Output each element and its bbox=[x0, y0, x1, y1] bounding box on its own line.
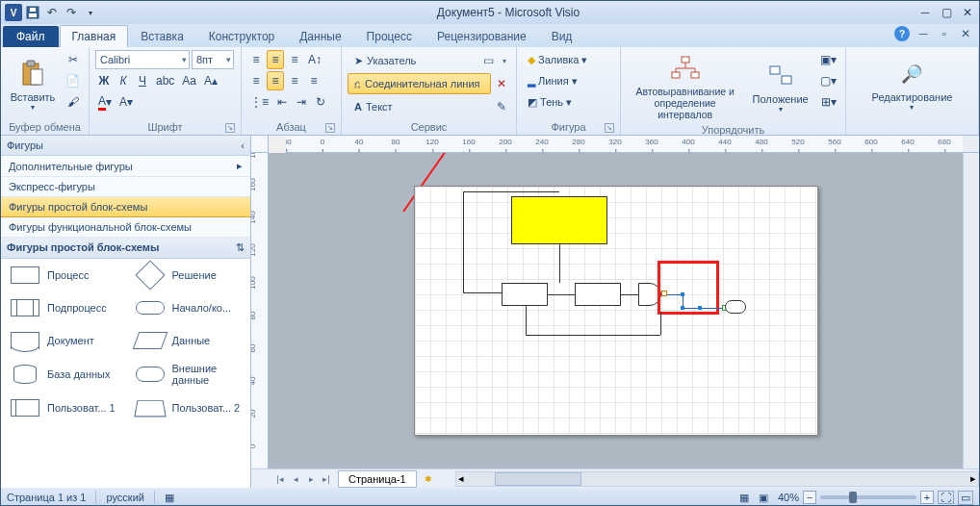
close-icon[interactable]: ✕ bbox=[960, 6, 975, 19]
align-bottom-icon[interactable]: ≡ bbox=[286, 50, 303, 69]
bring-front-icon[interactable]: ▣▾ bbox=[817, 50, 839, 69]
handle-mid-3[interactable] bbox=[698, 306, 702, 310]
grow-font-icon[interactable]: A▴ bbox=[201, 71, 220, 90]
express-shapes-item[interactable]: Экспресс-фигуры bbox=[1, 177, 250, 197]
zoom-in-button[interactable]: + bbox=[920, 491, 934, 504]
connector-9[interactable] bbox=[660, 312, 661, 335]
line-button[interactable]: ▂ Линия ▾ bbox=[523, 71, 614, 90]
more-shapes-item[interactable]: Дополнительные фигуры▸ bbox=[1, 156, 250, 177]
align-left-icon[interactable]: ≡ bbox=[247, 71, 265, 90]
align-center-icon[interactable]: ≡ bbox=[267, 71, 284, 90]
redo-icon[interactable]: ↷ bbox=[63, 4, 80, 21]
view-full-icon[interactable]: ▣ bbox=[759, 492, 768, 504]
auto-align-button[interactable]: Автовыравнивание и определение интервало… bbox=[627, 50, 743, 123]
zoom-slider[interactable] bbox=[820, 495, 916, 499]
connector-3[interactable] bbox=[463, 191, 464, 292]
indent-dec-icon[interactable]: ⇤ bbox=[273, 92, 291, 112]
restore-window-icon[interactable]: ▫ bbox=[937, 26, 952, 41]
text-direction-icon[interactable]: A↕ bbox=[305, 50, 324, 69]
connector-6[interactable] bbox=[621, 294, 638, 295]
shape-dialog-launcher[interactable]: ↘ bbox=[605, 123, 614, 133]
font-name-combo[interactable]: Calibri bbox=[95, 50, 190, 69]
undo-icon[interactable]: ↶ bbox=[43, 4, 61, 21]
font-dialog-launcher[interactable]: ↘ bbox=[225, 123, 235, 133]
functional-flowchart-item[interactable]: Фигуры функциональной блок-схемы bbox=[1, 217, 250, 238]
save-icon[interactable] bbox=[24, 4, 41, 21]
file-tab[interactable]: Файл bbox=[3, 26, 59, 47]
connector-5[interactable] bbox=[548, 294, 575, 295]
bullets-icon[interactable]: ⋮≡ bbox=[247, 92, 271, 112]
shape-terminator[interactable] bbox=[725, 300, 746, 314]
align-justify-icon[interactable]: ≡ bbox=[305, 71, 322, 90]
collapse-panel-icon[interactable]: ‹ bbox=[241, 139, 245, 151]
shape-rect-2[interactable] bbox=[575, 283, 621, 306]
switch-window-icon[interactable]: ▭ bbox=[958, 491, 973, 505]
ink-tool-icon[interactable]: ✎ bbox=[493, 97, 510, 116]
status-language[interactable]: русский bbox=[106, 492, 143, 503]
shape-stencil-data[interactable]: Данные bbox=[126, 324, 251, 357]
shape-stencil-subrect[interactable]: Подпроцесс bbox=[1, 291, 126, 324]
shape-stencil-doc[interactable]: Документ bbox=[1, 324, 126, 357]
page-tab-1[interactable]: Страница-1 bbox=[338, 470, 417, 488]
paste-button[interactable]: Вставить ▾ bbox=[7, 50, 59, 120]
qat-dropdown-icon[interactable]: ▾ bbox=[82, 4, 99, 21]
tab-design[interactable]: Конструктор bbox=[196, 25, 287, 47]
shape-tool-dropdown[interactable]: ▾ bbox=[499, 57, 510, 65]
zoom-out-button[interactable]: − bbox=[803, 491, 816, 504]
italic-icon[interactable]: К bbox=[115, 71, 132, 90]
view-normal-icon[interactable]: ▦ bbox=[739, 492, 749, 504]
tab-home[interactable]: Главная bbox=[60, 25, 129, 47]
position-button[interactable]: Положение ▾ bbox=[747, 50, 813, 123]
tab-process[interactable]: Процесс bbox=[354, 25, 425, 47]
shape-stencil-db[interactable]: База данных bbox=[1, 357, 126, 392]
page-nav-first[interactable]: |◂ bbox=[272, 471, 288, 487]
handle-mid-2[interactable] bbox=[681, 306, 684, 310]
page-nav-last[interactable]: ▸| bbox=[319, 471, 334, 487]
freeform-tool-icon[interactable]: ✕ bbox=[493, 74, 510, 93]
editing-button[interactable]: 🔎 Редактирование ▾ bbox=[865, 50, 960, 120]
help-icon[interactable]: ? bbox=[894, 26, 910, 41]
drawing-page[interactable] bbox=[414, 186, 818, 436]
connector-7[interactable] bbox=[526, 306, 527, 335]
shadow-button[interactable]: ◩ Тень ▾ bbox=[523, 92, 614, 112]
group-icon[interactable]: ⊞▾ bbox=[817, 92, 839, 112]
shape-stencil-cust2[interactable]: Пользоват... 2 bbox=[126, 392, 251, 424]
align-right-icon[interactable]: ≡ bbox=[286, 71, 303, 90]
minimize-icon[interactable]: ─ bbox=[917, 6, 933, 19]
format-painter-icon[interactable]: 🖌 bbox=[63, 92, 83, 112]
zoom-level[interactable]: 40% bbox=[778, 492, 799, 503]
cut-icon[interactable]: ✂ bbox=[63, 50, 83, 69]
handle-mid-1[interactable] bbox=[681, 292, 684, 296]
font-color-icon[interactable]: A▾ bbox=[95, 92, 115, 112]
send-back-icon[interactable]: ▢▾ bbox=[817, 71, 839, 90]
vertical-scrollbar[interactable] bbox=[963, 153, 979, 468]
minimize-ribbon-icon[interactable]: ─ bbox=[916, 26, 931, 41]
page-nav-prev[interactable]: ◂ bbox=[288, 471, 303, 487]
pointer-tool[interactable]: ➤ Указатель bbox=[348, 50, 477, 71]
indent-inc-icon[interactable]: ⇥ bbox=[293, 92, 310, 112]
text-tool[interactable]: A Текст bbox=[348, 96, 491, 117]
simple-flowchart-item[interactable]: Фигуры простой блок-схемы bbox=[1, 197, 250, 217]
shape-stencil-diamond[interactable]: Решение bbox=[126, 259, 251, 291]
tab-review[interactable]: Рецензирование bbox=[425, 25, 539, 47]
connector-tool[interactable]: ⎌ Соединительная линия bbox=[348, 73, 491, 94]
tab-view[interactable]: Вид bbox=[539, 25, 585, 47]
copy-icon[interactable]: 📄 bbox=[63, 71, 83, 90]
rectangle-tool-icon[interactable]: ▭ bbox=[479, 51, 497, 70]
shape-stencil-rect[interactable]: Процесс bbox=[1, 259, 126, 291]
bold-icon[interactable]: Ж bbox=[95, 71, 113, 90]
handle-start[interactable] bbox=[661, 291, 667, 296]
connector-4[interactable] bbox=[463, 292, 502, 293]
paragraph-dialog-launcher[interactable]: ↘ bbox=[325, 123, 335, 133]
underline-icon[interactable]: Ч bbox=[134, 71, 151, 90]
strike-icon[interactable]: abc bbox=[153, 71, 177, 90]
shape-stencil-terminator[interactable]: Начало/ко... bbox=[126, 291, 251, 324]
align-top-icon[interactable]: ≡ bbox=[247, 50, 265, 69]
shape-stencil-ext[interactable]: Внешние данные bbox=[126, 357, 251, 392]
macro-record-icon[interactable]: ▦ bbox=[165, 492, 174, 504]
fill-button[interactable]: ◆ Заливка ▾ bbox=[523, 50, 614, 69]
maximize-icon[interactable]: ▢ bbox=[939, 6, 954, 19]
canvas[interactable] bbox=[269, 153, 963, 468]
shape-rect-1[interactable] bbox=[502, 283, 548, 306]
fit-window-icon[interactable]: ⛶ bbox=[938, 491, 954, 504]
